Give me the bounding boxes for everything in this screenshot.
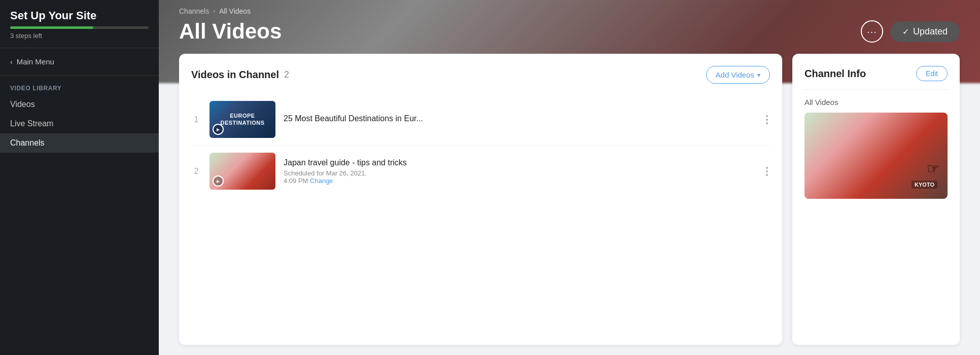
channel-info-panel: Channel Info Edit All Videos KYOTO [792, 54, 960, 345]
dot-icon [766, 122, 768, 124]
add-videos-button[interactable]: Add Videos ▾ [706, 66, 770, 84]
dot-icon [766, 119, 768, 121]
updated-label: Updated [913, 26, 948, 37]
dot-icon [766, 170, 768, 172]
breadcrumb-separator: › [213, 8, 215, 15]
progress-bar-background [10, 26, 149, 29]
sidebar-item-videos[interactable]: Videos [0, 95, 159, 114]
video-title: Japan travel guide - tips and tricks [284, 158, 756, 167]
video-index: 2 [191, 167, 201, 176]
page-title: All Videos [179, 19, 282, 44]
main-menu-item[interactable]: ‹ Main Menu [0, 48, 159, 76]
video-title: 25 Most Beautiful Destinations in Eur... [284, 114, 756, 123]
edit-button[interactable]: Edit [916, 66, 948, 81]
breadcrumb-channels[interactable]: Channels [179, 7, 209, 15]
updated-button[interactable]: ✓ Updated [890, 21, 960, 42]
video-list: 1 EUROPEDESTINATIONS ▶ 25 Most Beautiful… [191, 94, 770, 197]
header-row: All Videos ··· ✓ Updated [179, 19, 960, 44]
main-menu-label: Main Menu [17, 57, 54, 66]
play-icon: ▶ [213, 175, 224, 187]
channel-thumbnail: KYOTO [804, 113, 948, 199]
channel-info-header: Channel Info Edit [804, 66, 948, 90]
channel-info-subtitle: All Videos [804, 98, 948, 106]
play-icon: ▶ [213, 124, 224, 135]
sidebar-item-channels[interactable]: Channels [0, 133, 159, 153]
channel-thumb-watermark: KYOTO [912, 181, 937, 189]
europe-thumbnail-text: EUROPEDESTINATIONS [220, 113, 264, 126]
schedule-time: 4:09 PM [284, 177, 308, 185]
video-index: 1 [191, 115, 201, 124]
setup-section: Set Up Your Site 3 steps left [0, 0, 159, 48]
dot-icon [766, 115, 768, 117]
schedule-line1: Scheduled for Mar 26, 2021. [284, 169, 367, 177]
breadcrumb-current: All Videos [219, 7, 251, 15]
breadcrumb: Channels › All Videos [179, 7, 960, 15]
video-info: Japan travel guide - tips and tricks Sch… [284, 158, 756, 185]
header-actions: ··· ✓ Updated [861, 20, 960, 43]
sidebar-section-label: Video Library [0, 76, 159, 95]
dot-icon [766, 174, 768, 176]
video-info: 25 Most Beautiful Destinations in Eur... [284, 114, 756, 125]
video-thumbnail: ▶ [209, 153, 275, 190]
dot-icon [766, 167, 768, 169]
table-row: 1 EUROPEDESTINATIONS ▶ 25 Most Beautiful… [191, 94, 770, 145]
content-area: Videos in Channel 2 Add Videos ▾ 1 EUROP… [159, 54, 980, 355]
add-videos-label: Add Videos [716, 70, 754, 79]
video-schedule: Scheduled for Mar 26, 2021. 4:09 PM Chan… [284, 169, 756, 185]
more-options-button[interactable]: ··· [861, 20, 883, 43]
main-content: Channels › All Videos All Videos ··· ✓ U… [159, 0, 980, 355]
dropdown-arrow-icon: ▾ [757, 72, 760, 79]
video-more-button[interactable] [764, 113, 770, 126]
chevron-left-icon: ‹ [10, 58, 13, 66]
videos-panel: Videos in Channel 2 Add Videos ▾ 1 EUROP… [179, 54, 782, 345]
channel-thumb-content: KYOTO [804, 113, 948, 199]
checkmark-icon: ✓ [902, 27, 909, 37]
more-dots-icon: ··· [867, 26, 877, 38]
channel-info-title: Channel Info [804, 68, 866, 80]
schedule-change-link[interactable]: Change [310, 177, 333, 185]
setup-title: Set Up Your Site [10, 9, 149, 22]
progress-bar-fill [10, 26, 93, 29]
video-thumbnail: EUROPEDESTINATIONS ▶ [209, 101, 275, 138]
sidebar: Set Up Your Site 3 steps left ‹ Main Men… [0, 0, 159, 355]
video-count-badge: 2 [284, 69, 289, 80]
table-row: 2 ▶ Japan travel guide - tips and tricks… [191, 145, 770, 197]
page-header: Channels › All Videos All Videos ··· ✓ U… [159, 0, 980, 54]
videos-in-channel-title: Videos in Channel 2 [191, 69, 289, 81]
video-more-button[interactable] [764, 165, 770, 178]
steps-left-label: 3 steps left [10, 32, 149, 40]
videos-panel-header: Videos in Channel 2 Add Videos ▾ [191, 66, 770, 84]
videos-in-channel-label: Videos in Channel [191, 69, 279, 81]
sidebar-item-live-stream[interactable]: Live Stream [0, 114, 159, 133]
